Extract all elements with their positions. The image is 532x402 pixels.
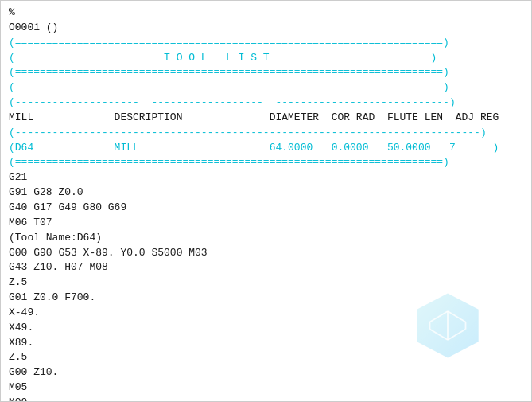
code-line: G21 bbox=[9, 170, 523, 185]
code-line: G43 Z10. H07 M08 bbox=[9, 260, 523, 275]
code-line: (-------------------- ------------------… bbox=[9, 96, 523, 111]
code-line: M09 bbox=[9, 396, 523, 401]
code-line: (Tool Name:D64) bbox=[9, 231, 523, 246]
code-line: Z.5 bbox=[9, 275, 523, 291]
code-line: MILL DESCRIPTION DIAMETER COR RAD FLUTE … bbox=[9, 111, 523, 126]
code-line: (=======================================… bbox=[9, 65, 523, 80]
code-line: ( ) bbox=[9, 80, 523, 96]
code-line: (=======================================… bbox=[9, 36, 523, 51]
code-line: G00 Z10. bbox=[9, 365, 523, 381]
code-line: G40 G17 G49 G80 G69 bbox=[9, 201, 523, 216]
code-line: (---------------------------------------… bbox=[9, 126, 523, 141]
code-line: G00 G90 G53 X-89. Y0.0 S5000 M03 bbox=[9, 246, 523, 261]
code-line: M06 T07 bbox=[9, 216, 523, 231]
code-line: ( T O O L L I S T ) bbox=[9, 51, 523, 66]
code-line: M05 bbox=[9, 381, 523, 396]
main-window: %O0001 ()(==============================… bbox=[0, 0, 532, 402]
code-line: (D64 MILL 64.0000 0.0000 50.0000 7 ) bbox=[9, 141, 523, 156]
logo-watermark bbox=[412, 290, 483, 361]
code-line: (=======================================… bbox=[9, 155, 523, 170]
code-line: % bbox=[9, 6, 523, 21]
code-line: G91 G28 Z0.0 bbox=[9, 185, 523, 201]
code-line: O0001 () bbox=[9, 21, 523, 36]
